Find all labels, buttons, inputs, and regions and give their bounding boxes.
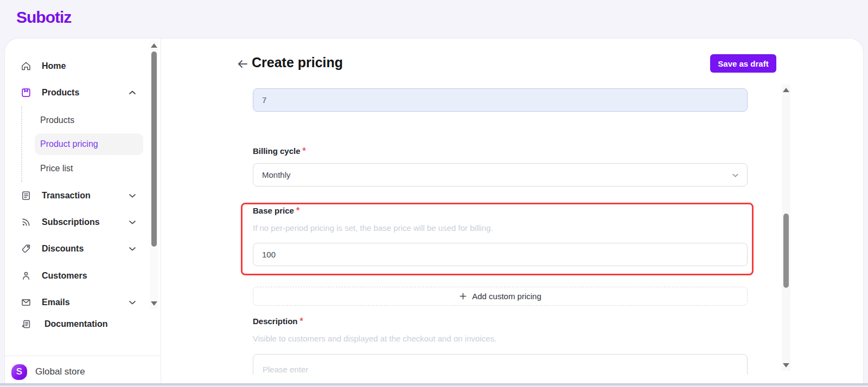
add-custom-pricing-label: Add custom pricing (472, 292, 541, 301)
envelope-icon (21, 297, 31, 308)
base-price-label-row: Base price* (253, 206, 748, 216)
sidebar-subitem-product-pricing[interactable]: Product pricing (35, 133, 143, 155)
sidebar-item-label: Home (42, 61, 66, 71)
store-switcher[interactable]: S Global store (5, 356, 161, 387)
required-asterisk: * (296, 206, 299, 215)
sidebar-item-documentation[interactable]: Documentation (11, 311, 147, 337)
base-price-label: Base price (253, 206, 294, 215)
description-textarea[interactable]: Please enter (253, 354, 748, 375)
description-label-row: Description* (253, 317, 748, 326)
sidebar-scrollbar-thumb[interactable] (151, 51, 157, 247)
sidebar: Home Products Products Product pricing (5, 38, 161, 387)
chevron-down-icon (127, 217, 137, 227)
description-hint: Visible to customers and displayed at th… (253, 334, 748, 343)
page-title: Create pricing (252, 55, 343, 70)
sidebar-item-products[interactable]: Products (11, 80, 147, 106)
sidebar-item-discounts[interactable]: Discounts (11, 236, 147, 262)
home-icon (21, 61, 31, 72)
sidebar-scrollbar[interactable] (150, 40, 158, 309)
window-bottom-edge (0, 383, 868, 387)
content-scrollbar-thumb[interactable] (783, 214, 789, 288)
save-as-draft-button[interactable]: Save as draft (710, 54, 776, 73)
store-name: Global store (35, 366, 85, 377)
add-custom-pricing-button[interactable]: Add custom pricing (253, 287, 748, 306)
quantity-input[interactable] (253, 88, 748, 112)
sidebar-subitem-price-list[interactable]: Price list (35, 158, 143, 179)
chevron-down-icon (127, 298, 137, 307)
description-field-clip: Please enter (253, 354, 748, 375)
back-arrow-icon[interactable] (236, 57, 249, 70)
billing-cycle-label: Billing cycle (253, 146, 301, 156)
products-icon (21, 87, 31, 98)
sidebar-item-label: Subscriptions (42, 217, 100, 227)
transaction-icon (21, 190, 31, 201)
description-placeholder: Please enter (263, 365, 308, 374)
billing-cycle-label-row: Billing cycle* (253, 146, 748, 156)
billing-cycle-select[interactable]: Monthly (253, 163, 748, 186)
content-scrollbar[interactable] (782, 85, 790, 371)
chevron-up-icon (127, 88, 137, 98)
chevron-down-icon (731, 171, 739, 181)
required-asterisk: * (303, 146, 306, 156)
scrollbar-down-arrow-icon[interactable] (151, 301, 157, 306)
scrollbar-up-arrow-icon[interactable] (783, 88, 789, 92)
tag-icon (21, 243, 31, 254)
sidebar-item-label: Transaction (42, 191, 91, 201)
subscriptions-icon (21, 217, 31, 228)
sidebar-item-customers[interactable]: Customers (11, 263, 147, 289)
chevron-down-icon (127, 244, 137, 254)
billing-cycle-value: Monthly (262, 170, 291, 179)
submenu-guide-line (21, 106, 22, 182)
app-card: Home Products Products Product pricing (4, 38, 864, 387)
sidebar-item-subscriptions[interactable]: Subscriptions (11, 209, 147, 235)
scrollbar-up-arrow-icon[interactable] (151, 43, 157, 48)
plus-icon (459, 292, 467, 300)
person-icon (21, 270, 31, 281)
sidebar-item-label: Customers (42, 271, 87, 281)
sidebar-item-home[interactable]: Home (11, 53, 147, 79)
documentation-icon (21, 319, 31, 330)
app-logo: Subotiz (16, 8, 71, 27)
sidebar-item-transaction[interactable]: Transaction (11, 183, 147, 209)
sidebar-item-label: Emails (42, 298, 70, 307)
sidebar-item-label: Discounts (42, 244, 84, 254)
sidebar-subitem-products[interactable]: Products (35, 109, 143, 131)
chevron-down-icon (127, 191, 137, 201)
sidebar-item-label: Documentation (44, 319, 107, 329)
required-asterisk: * (300, 317, 303, 326)
store-avatar: S (11, 364, 27, 380)
scrollbar-down-arrow-icon[interactable] (783, 363, 789, 367)
sidebar-item-label: Products (42, 88, 79, 98)
base-price-hint: If no per-period pricing is set, the bas… (253, 223, 748, 233)
description-label: Description (253, 317, 298, 326)
base-price-input[interactable] (253, 243, 748, 266)
main-content: Create pricing Save as draft Billing cyc… (162, 38, 863, 387)
